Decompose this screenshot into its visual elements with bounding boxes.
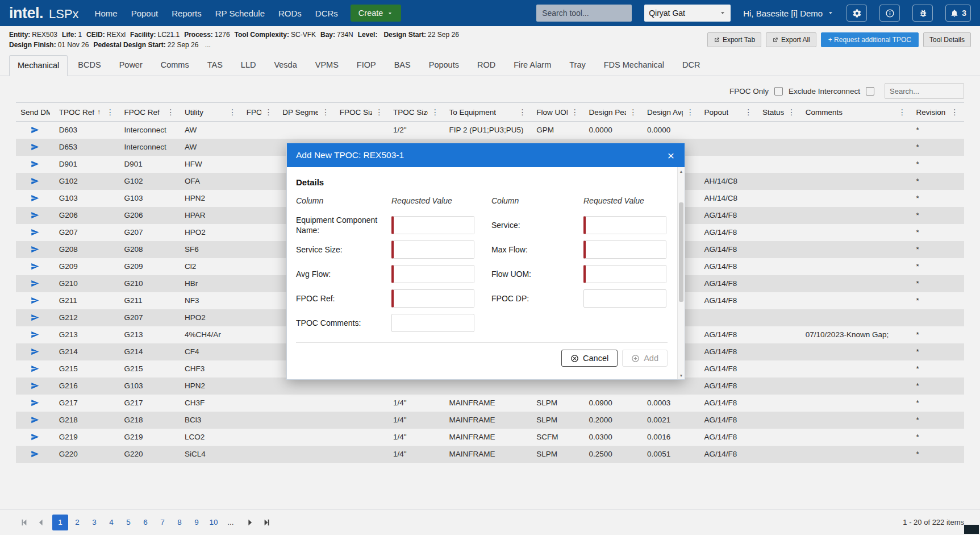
corner-artifact [964,525,979,534]
requested-value-header-left: Requested Value [391,196,474,211]
dialog-body: Details Column Requested Value Column Re… [287,167,685,379]
add-button-label: Add [644,354,658,363]
fpoc-ref-input[interactable] [391,289,474,308]
max-flow-input[interactable] [583,240,666,259]
field-label-fpoc-ref: FPOC Ref: [296,293,391,304]
flow-uom-input[interactable] [583,265,666,283]
close-icon[interactable]: × [666,150,675,161]
details-section-title: Details [296,177,668,187]
field-label-tpoc-comments: TPOC Comments: [296,318,391,328]
column-header-left: Column [296,196,391,211]
dialog-footer: Cancel Add [296,342,668,374]
requested-value-header-right: Requested Value [583,196,666,211]
service-size-input[interactable] [391,240,474,259]
column-header-right: Column [491,196,583,211]
add-circle-icon [631,354,640,363]
field-label-fpoc-dp: FPOC DP: [491,293,583,304]
avg-flow-input[interactable] [391,265,474,283]
add-new-tpoc-dialog: Add New TPOC: REX503-1 × Details Column … [286,143,685,380]
dialog-header: Add New TPOC: REX503-1 × [287,143,685,167]
scroll-up-icon[interactable]: ▲ [678,167,685,175]
tpoc-comments-input[interactable] [391,314,474,332]
field-label-max-flow: Max Flow: [491,244,583,255]
field-label-flow-uom: Flow UOM: [491,269,583,279]
dialog-scrollbar[interactable]: ▲ ▼ [677,167,685,379]
add-button[interactable]: Add [622,350,668,367]
cancel-button-label: Cancel [583,354,608,363]
tpoc-form-grid: Column Requested Value Column Requested … [296,196,668,333]
dialog-title: Add New TPOC: REX503-1 [296,150,404,160]
field-label-equipment-component-name: Equipment Component Name: [296,215,391,235]
cancel-circle-icon [570,354,579,363]
scrollbar-thumb[interactable] [679,202,683,302]
equipment-component-name-input[interactable] [391,216,474,234]
fpoc-dp-input[interactable] [583,289,666,308]
cancel-button[interactable]: Cancel [561,350,618,367]
field-label-service-size: Service Size: [296,244,391,255]
field-label-service: Service: [491,220,583,230]
field-label-avg-flow: Avg Flow: [296,269,391,279]
service-input[interactable] [583,216,666,234]
scroll-down-icon[interactable]: ▼ [678,371,685,379]
